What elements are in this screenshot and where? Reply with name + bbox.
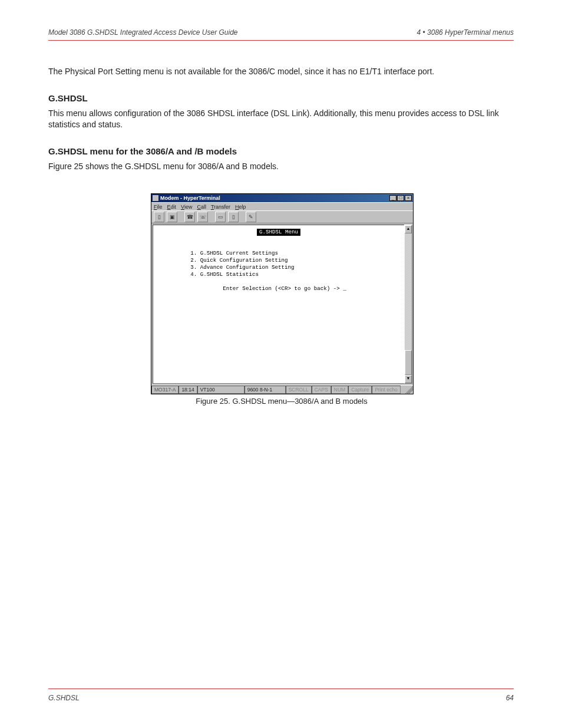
footer-left: G.SHDSL (48, 694, 80, 702)
disconnect-icon[interactable]: ☏ (197, 212, 208, 222)
terminal[interactable]: G.SHDSL Menu 1. G.SHDSL Current Settings… (153, 225, 405, 384)
menu-item-2: 2. Quick Configuration Setting (190, 257, 287, 263)
receive-icon[interactable]: ▯ (228, 212, 239, 222)
menu-transfer[interactable]: Transfer (211, 204, 230, 210)
header-left: Model 3086 G.SHDSL Integrated Access Dev… (48, 28, 238, 37)
hyperterminal-window: Modem - HyperTerminal _ □ × File Edit Vi… (151, 193, 414, 394)
menu-item-1: 1. G.SHDSL Current Settings (190, 250, 278, 256)
terminal-area: G.SHDSL Menu 1. G.SHDSL Current Settings… (151, 223, 413, 385)
vertical-scrollbar[interactable]: ▲ ▼ (404, 225, 412, 384)
open-icon[interactable]: ▣ (167, 212, 177, 222)
statusbar: MO317-A 18:14 VT100 9600 8-N-1 SCROLL CA… (151, 385, 413, 394)
top-rule (48, 40, 514, 41)
titlebar[interactable]: Modem - HyperTerminal _ □ × (151, 194, 413, 202)
status-time: 18:14 (178, 386, 197, 394)
menu-item-3: 3. Advance Configuration Setting (190, 264, 294, 271)
scroll-track[interactable] (405, 233, 412, 375)
properties-icon[interactable]: ✎ (246, 212, 256, 222)
status-conn: 9600 8-N-1 (244, 386, 286, 394)
terminal-banner: G.SHDSL Menu (257, 229, 300, 236)
menubar[interactable]: File Edit View Call Transfer Help (151, 202, 413, 210)
app-icon (153, 195, 158, 201)
send-icon[interactable]: ▭ (215, 212, 226, 222)
menu-call[interactable]: Call (197, 204, 206, 210)
status-num: NUM (331, 386, 348, 394)
resize-grip-icon[interactable] (405, 386, 413, 394)
connect-icon[interactable]: ☎ (184, 212, 195, 222)
heading-gshdsl: G.SHDSL (48, 93, 514, 104)
toolbar: ▯ ▣ ☎ ☏ ▭ ▯ ✎ (151, 210, 413, 223)
status-capture: Capture (348, 386, 372, 394)
bottom-rule (48, 689, 514, 689)
terminal-prompt: Enter Selection (<CR> to go back) -> _ (223, 285, 346, 292)
scroll-thumb[interactable] (405, 350, 412, 375)
menu-file[interactable]: File (154, 204, 163, 210)
close-button[interactable]: × (405, 195, 412, 201)
status-caps: CAPS (312, 386, 331, 394)
menu-help[interactable]: Help (235, 204, 246, 210)
menu-view[interactable]: View (181, 204, 192, 210)
scroll-down-icon[interactable]: ▼ (405, 375, 412, 383)
paragraph-figure-ref: Figure 25 shows the G.SHDSL menu for 308… (48, 161, 514, 172)
window-title: Modem - HyperTerminal (160, 195, 389, 201)
minimize-button[interactable]: _ (389, 195, 396, 201)
menu-item-4: 4. G.SHDSL Statistics (190, 271, 259, 278)
new-doc-icon[interactable]: ▯ (154, 212, 164, 222)
status-ref: MO317-A (151, 386, 178, 394)
status-scroll: SCROLL (286, 386, 312, 394)
header-right: 4 • 3086 HyperTerminal menus (416, 28, 514, 37)
status-printecho: Print echo (372, 386, 400, 394)
paragraph-gshdsl: This menu allows configuration of the 30… (48, 108, 514, 130)
menu-edit[interactable]: Edit (167, 204, 177, 210)
status-term: VT100 (197, 386, 244, 394)
figure-caption: Figure 25. G.SHDSL menu—3086/A and B mod… (151, 397, 412, 406)
maximize-button[interactable]: □ (397, 195, 404, 201)
paragraph-note: The Physical Port Setting menu is not av… (48, 66, 514, 77)
footer-right: 64 (506, 694, 514, 702)
body-text: The Physical Port Setting menu is not av… (48, 62, 514, 178)
scroll-up-icon[interactable]: ▲ (405, 225, 412, 233)
heading-models: G.SHDSL menu for the 3086/A and /B model… (48, 146, 514, 157)
screenshot: Modem - HyperTerminal _ □ × File Edit Vi… (151, 193, 412, 406)
